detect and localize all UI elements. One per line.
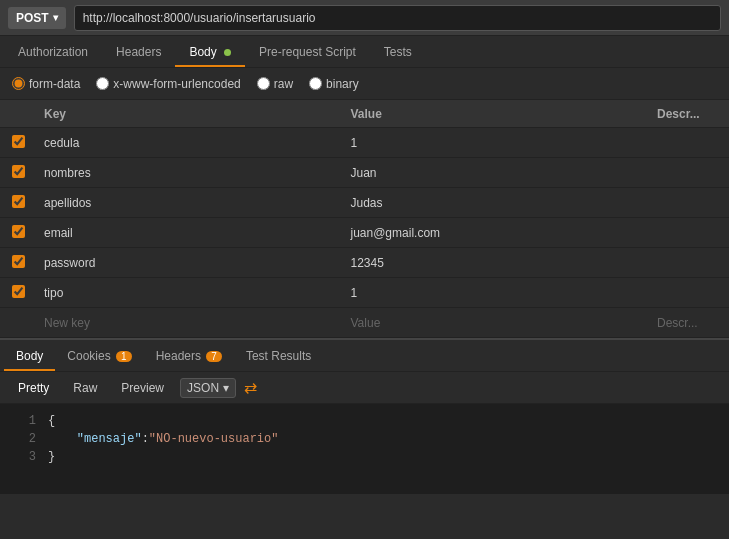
code-open-brace: {	[48, 412, 55, 430]
cookies-badge: 1	[116, 351, 132, 362]
response-tabs: Body Cookies 1 Headers 7 Test Results	[0, 340, 729, 372]
row-key-nombres: nombres	[36, 166, 343, 180]
col-value-header: Value	[343, 107, 650, 121]
row-key-tipo: tipo	[36, 286, 343, 300]
table-body: cedula 1 nombres Juan apellidos Judas em…	[0, 128, 729, 338]
row-check-tipo[interactable]	[0, 285, 36, 301]
row-check-password[interactable]	[0, 255, 36, 271]
resp-tab-headers[interactable]: Headers 7	[144, 343, 234, 371]
table-row: password 12345	[0, 248, 729, 278]
tab-body[interactable]: Body	[175, 39, 245, 67]
tab-pre-request-script[interactable]: Pre-request Script	[245, 39, 370, 67]
row-check-apellidos[interactable]	[0, 195, 36, 211]
url-input[interactable]	[74, 5, 721, 31]
new-key-placeholder[interactable]: New key	[36, 316, 343, 330]
table-row: apellidos Judas	[0, 188, 729, 218]
radio-binary[interactable]: binary	[309, 77, 359, 91]
method-chevron-icon: ▾	[53, 12, 58, 23]
line-number-1: 1	[8, 412, 36, 430]
table-row: email juan@gmail.com	[0, 218, 729, 248]
body-type-row: form-data x-www-form-urlencoded raw bina…	[0, 68, 729, 100]
code-value-mensaje: "NO-nuevo-usuario"	[149, 430, 279, 448]
row-key-apellidos: apellidos	[36, 196, 343, 210]
headers-badge: 7	[206, 351, 222, 362]
new-key-row: New key Value Descr...	[0, 308, 729, 338]
response-area: Body Cookies 1 Headers 7 Test Results Pr…	[0, 338, 729, 494]
format-pretty[interactable]: Pretty	[10, 379, 57, 397]
format-raw[interactable]: Raw	[65, 379, 105, 397]
code-line-2: 2 "mensaje" : "NO-nuevo-usuario"	[0, 430, 729, 448]
code-line-3: 3 }	[0, 448, 729, 466]
wrap-lines-icon[interactable]: ⇄	[244, 378, 257, 397]
code-line-1: 1 {	[0, 412, 729, 430]
row-value-email: juan@gmail.com	[343, 226, 650, 240]
code-close-brace: }	[48, 448, 55, 466]
table-header: Key Value Descr...	[0, 100, 729, 128]
col-key-header: Key	[36, 107, 343, 121]
code-colon: :	[142, 430, 149, 448]
tab-tests[interactable]: Tests	[370, 39, 426, 67]
row-key-cedula: cedula	[36, 136, 343, 150]
row-check-nombres[interactable]	[0, 165, 36, 181]
resp-tab-test-results[interactable]: Test Results	[234, 343, 323, 371]
resp-tab-body[interactable]: Body	[4, 343, 55, 371]
body-active-dot	[224, 49, 231, 56]
row-check-cedula[interactable]	[0, 135, 36, 151]
code-area: 1 { 2 "mensaje" : "NO-nuevo-usuario" 3 }	[0, 404, 729, 494]
request-tabs: Authorization Headers Body Pre-request S…	[0, 36, 729, 68]
format-preview[interactable]: Preview	[113, 379, 172, 397]
method-label: POST	[16, 11, 49, 25]
tab-headers[interactable]: Headers	[102, 39, 175, 67]
method-button[interactable]: POST ▾	[8, 7, 66, 29]
radio-x-www-form-urlencoded[interactable]: x-www-form-urlencoded	[96, 77, 240, 91]
row-key-email: email	[36, 226, 343, 240]
table-row: tipo 1	[0, 278, 729, 308]
json-chevron-icon: ▾	[223, 381, 229, 395]
new-desc-placeholder: Descr...	[649, 316, 729, 330]
col-desc-header: Descr...	[649, 107, 729, 121]
row-value-apellidos: Judas	[343, 196, 650, 210]
main-content: Authorization Headers Body Pre-request S…	[0, 36, 729, 539]
row-check-email[interactable]	[0, 225, 36, 241]
radio-form-data[interactable]: form-data	[12, 77, 80, 91]
row-value-cedula: 1	[343, 136, 650, 150]
radio-raw[interactable]: raw	[257, 77, 293, 91]
resp-tab-cookies[interactable]: Cookies 1	[55, 343, 143, 371]
row-value-tipo: 1	[343, 286, 650, 300]
table-row: cedula 1	[0, 128, 729, 158]
new-value-placeholder[interactable]: Value	[343, 316, 650, 330]
row-value-nombres: Juan	[343, 166, 650, 180]
tab-authorization[interactable]: Authorization	[4, 39, 102, 67]
row-key-password: password	[36, 256, 343, 270]
code-key-mensaje: "mensaje"	[48, 430, 142, 448]
response-toolbar: Pretty Raw Preview JSON ▾ ⇄	[0, 372, 729, 404]
json-format-select[interactable]: JSON ▾	[180, 378, 236, 398]
table-row: nombres Juan	[0, 158, 729, 188]
row-value-password: 12345	[343, 256, 650, 270]
line-number-3: 3	[8, 448, 36, 466]
top-bar: POST ▾	[0, 0, 729, 36]
line-number-2: 2	[8, 430, 36, 448]
